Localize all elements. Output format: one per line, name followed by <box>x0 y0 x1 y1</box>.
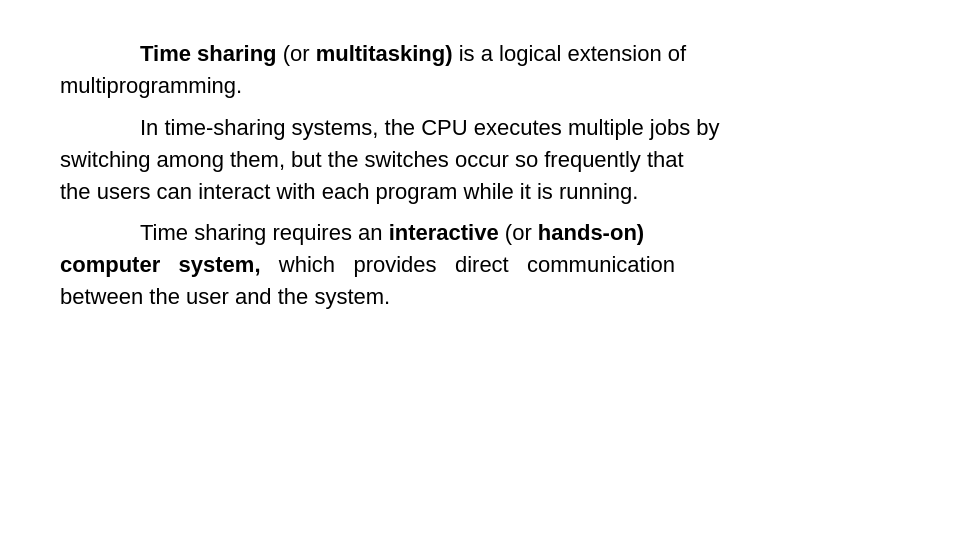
term-time-sharing: Time sharing <box>140 41 277 66</box>
paragraph-2-line-1: In time-sharing systems, the CPU execute… <box>60 112 900 144</box>
paragraph-1-line-1: Time sharing (or multitasking) is a logi… <box>60 38 900 70</box>
term-computer-system: computer system, <box>60 252 261 277</box>
main-content: Time sharing (or multitasking) is a logi… <box>0 0 960 361</box>
paragraph-2: In time-sharing systems, the CPU execute… <box>60 112 900 208</box>
term-hands-on: hands-on) <box>538 220 644 245</box>
paragraph-1: Time sharing (or multitasking) is a logi… <box>60 38 900 102</box>
term-multitasking: multitasking) <box>316 41 453 66</box>
paragraph-2-line-3: the users can interact with each program… <box>60 176 900 208</box>
term-interactive: interactive <box>389 220 499 245</box>
paragraph-3: Time sharing requires an interactive (or… <box>60 217 900 313</box>
paragraph-3-line-1: Time sharing requires an interactive (or… <box>60 217 900 249</box>
paragraph-3-line-2: computer system, which provides direct c… <box>60 249 900 281</box>
paragraph-2-line-2: switching among them, but the switches o… <box>60 144 900 176</box>
paragraph-1-line-2: multiprogramming. <box>60 70 900 102</box>
paragraph-3-line-3: between the user and the system. <box>60 281 900 313</box>
